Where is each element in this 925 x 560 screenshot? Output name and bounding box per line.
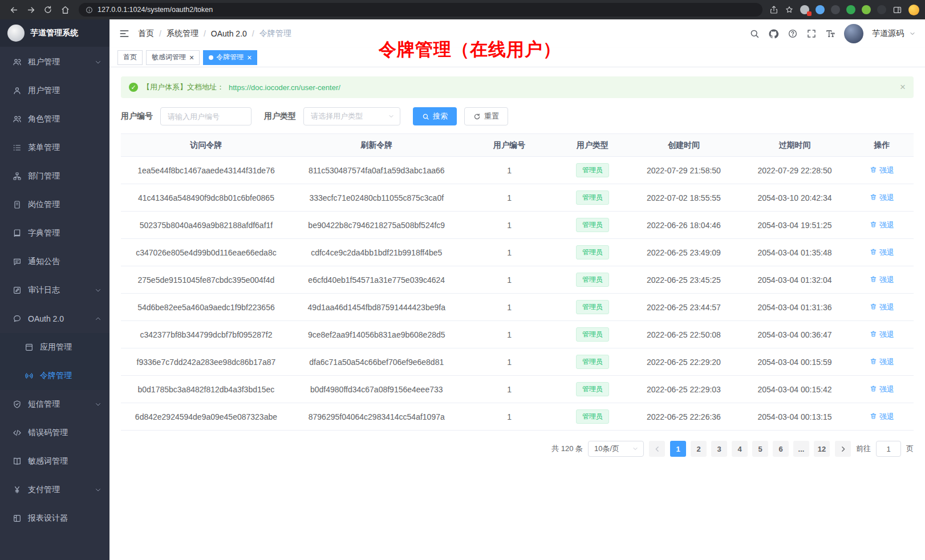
sidebar-item-menu[interactable]: 菜单管理 <box>0 133 109 162</box>
site-info-icon[interactable] <box>86 6 93 14</box>
fullscreen-icon[interactable] <box>806 29 817 39</box>
force-logout-button[interactable]: 强退 <box>870 357 894 367</box>
tab-label: 敏感词管理 <box>152 52 186 62</box>
user-id-input[interactable] <box>160 107 251 125</box>
sidebar-item-sensitive-word[interactable]: 敏感词管理 <box>0 447 109 476</box>
share-icon[interactable] <box>769 5 778 14</box>
page-button[interactable]: 1 <box>670 441 686 457</box>
reset-button[interactable]: 重置 <box>464 107 508 125</box>
extension-icon-4[interactable] <box>846 5 855 14</box>
refresh-token-cell: 8796295f04064c2983414cc54af1097a <box>291 403 462 431</box>
browser-back-icon[interactable] <box>6 2 22 18</box>
close-icon[interactable]: × <box>189 54 194 62</box>
sidebar-toggle-icon[interactable] <box>119 28 130 39</box>
goto-page-input[interactable] <box>876 441 901 457</box>
prev-page-button[interactable] <box>649 441 665 457</box>
user-type-placeholder: 请选择用户类型 <box>311 111 363 121</box>
page-button[interactable]: 6 <box>773 441 789 457</box>
user-type-select[interactable]: 请选择用户类型 <box>303 107 400 125</box>
page-button[interactable]: 5 <box>752 441 768 457</box>
extension-icon-2[interactable] <box>816 5 825 14</box>
sidebar-item-tenant[interactable]: 租户管理 <box>0 48 109 76</box>
search-icon[interactable] <box>749 29 760 39</box>
tab-sensitive-word[interactable]: 敏感词管理 × <box>146 50 200 65</box>
sidebar-item-audit-log[interactable]: 审计日志 <box>0 276 109 305</box>
user-type-cell: 管理员 <box>557 157 628 184</box>
user-id-cell: 1 <box>462 376 557 403</box>
sidebar-item-pay[interactable]: 支付管理 <box>0 476 109 504</box>
sidebar-item-report-designer[interactable]: 报表设计器 <box>0 504 109 533</box>
page-size-select[interactable]: 10条/页 <box>588 441 644 457</box>
chevron-down-icon <box>632 445 639 452</box>
address-bar[interactable]: 127.0.0.1:1024/system/oauth2/token <box>79 3 762 17</box>
sidebar-item-post[interactable]: 岗位管理 <box>0 190 109 219</box>
chevron-down-icon <box>95 287 102 294</box>
refresh-token-cell: be90422b8c7946218275a508bf524fc9 <box>291 212 462 239</box>
alert-link[interactable]: https://doc.iocoder.cn/user-center/ <box>229 83 340 92</box>
user-name[interactable]: 芋道源码 <box>872 29 904 39</box>
edit-doc-icon <box>12 286 22 295</box>
extension-icon-1[interactable] <box>800 5 809 14</box>
pager-ellipsis[interactable]: ... <box>793 441 809 457</box>
force-logout-button[interactable]: 强退 <box>870 220 894 230</box>
bookmark-star-icon[interactable] <box>785 5 794 14</box>
sidebar-item-label: 部门管理 <box>28 171 60 181</box>
user-avatar[interactable] <box>844 24 863 43</box>
extension-icon-6[interactable] <box>877 5 886 14</box>
force-logout-button[interactable]: 强退 <box>870 302 894 313</box>
user-id-cell: 1 <box>462 239 557 266</box>
alert-close-icon[interactable]: × <box>900 82 906 93</box>
github-icon[interactable] <box>768 29 779 39</box>
sidebar-item-role[interactable]: 角色管理 <box>0 105 109 133</box>
create-time-cell: 2022-06-25 22:50:08 <box>628 321 740 348</box>
browser-home-icon[interactable] <box>57 2 73 18</box>
browser-reload-icon[interactable] <box>40 2 56 18</box>
browser-forward-icon[interactable] <box>23 2 39 18</box>
user-menu-caret-icon[interactable] <box>909 30 916 37</box>
tab-home[interactable]: 首页 <box>117 50 143 65</box>
user-type-badge: 管理员 <box>576 190 609 205</box>
sidebar-item-oauth2[interactable]: OAuth 2.0 <box>0 305 109 333</box>
search-button[interactable]: 搜索 <box>413 107 457 125</box>
force-logout-button[interactable]: 强退 <box>870 330 894 340</box>
app-logo[interactable]: 芋道管理系统 <box>0 19 109 47</box>
page-button[interactable]: 4 <box>732 441 748 457</box>
force-logout-button[interactable]: 强退 <box>870 165 894 176</box>
extension-icon-3[interactable] <box>831 5 840 14</box>
force-logout-button[interactable]: 强退 <box>870 275 894 285</box>
page-button[interactable]: 2 <box>691 441 707 457</box>
page-button[interactable]: 12 <box>814 441 830 457</box>
sidebar-item-error-code[interactable]: 错误码管理 <box>0 419 109 447</box>
column-header: 用户类型 <box>557 134 628 157</box>
breadcrumb-item[interactable]: OAuth 2.0 <box>211 29 247 38</box>
sidebar-item-oauth2-app[interactable]: 应用管理 <box>0 333 109 362</box>
help-icon[interactable] <box>788 29 798 39</box>
user-id-cell: 1 <box>462 266 557 294</box>
sidebar: 芋道管理系统 租户管理 用户管理 角色管理 菜单管理 部门管理 岗位管理 字典管… <box>0 19 109 560</box>
tab-token[interactable]: 令牌管理 × <box>203 50 257 65</box>
action-cell: 强退 <box>850 348 914 376</box>
force-logout-button[interactable]: 强退 <box>870 247 894 258</box>
sidebar-item-user[interactable]: 用户管理 <box>0 76 109 105</box>
force-logout-button[interactable]: 强退 <box>870 193 894 203</box>
user-type-cell: 管理员 <box>557 294 628 321</box>
split-view-icon[interactable] <box>892 5 902 15</box>
sidebar-item-dict[interactable]: 字典管理 <box>0 219 109 247</box>
force-logout-button[interactable]: 强退 <box>870 384 894 395</box>
extension-icon-5[interactable] <box>862 5 871 14</box>
force-logout-button[interactable]: 强退 <box>870 412 894 422</box>
font-size-icon[interactable] <box>825 29 835 39</box>
sidebar-item-sms[interactable]: 短信管理 <box>0 390 109 419</box>
sidebar-item-dept[interactable]: 部门管理 <box>0 162 109 190</box>
browser-profile-avatar[interactable] <box>908 5 919 15</box>
sidebar-item-notice[interactable]: 通知公告 <box>0 247 109 276</box>
breadcrumb-item[interactable]: 首页 <box>138 29 154 39</box>
breadcrumb-separator: / <box>204 29 206 38</box>
access-token-cell: f9336e7c7dd242a283ee98dc86b17a87 <box>121 348 291 376</box>
action-cell: 强退 <box>850 157 914 184</box>
next-page-button[interactable] <box>835 441 851 457</box>
close-icon[interactable]: × <box>247 54 251 62</box>
page-button[interactable]: 3 <box>711 441 727 457</box>
sidebar-item-oauth2-token[interactable]: 令牌管理 <box>0 362 109 390</box>
breadcrumb-item[interactable]: 系统管理 <box>167 29 198 39</box>
